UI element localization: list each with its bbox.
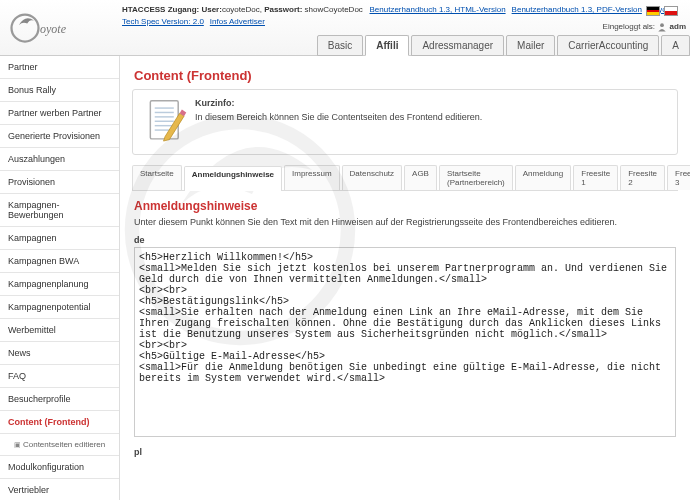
content-subtab[interactable]: AGB (404, 165, 437, 190)
top-link[interactable]: Benutzerhandbuch 1.3, HTML-Version (370, 5, 506, 14)
svg-point-0 (12, 15, 39, 42)
sidebar-item[interactable]: Provisionen (0, 171, 119, 194)
note-pencil-icon (135, 96, 195, 148)
sidebar-item[interactable]: Auszahlungen (0, 148, 119, 171)
kurzinfo-text: In diesem Bereich können Sie die Content… (195, 112, 482, 122)
top-link[interactable]: Infos Advertiser (210, 17, 265, 26)
main-tab[interactable]: Adressmanager (411, 35, 504, 56)
content-textarea-de[interactable] (134, 247, 676, 437)
flag-de-icon[interactable] (646, 6, 660, 16)
field-label-pl: pl (134, 447, 676, 457)
sidebar-item[interactable]: Werbemittel (0, 319, 119, 342)
top-link[interactable]: Benutzerhandbuch 1.3, PDF-Version (512, 5, 642, 14)
content-subtab[interactable]: Datenschutz (342, 165, 402, 190)
sidebar-item[interactable]: FAQ (0, 365, 119, 388)
main-tab[interactable]: CarrierAccounting (557, 35, 659, 56)
top-info-bar: HTACCESS Zugang: User:coyoteDoc, Passwor… (122, 4, 684, 28)
sidebar-item[interactable]: Bonus Rally (0, 79, 119, 102)
kurzinfo-heading: Kurzinfo: (195, 98, 482, 108)
content-subtab[interactable]: Freesite 3 (667, 165, 690, 190)
content-subtab[interactable]: Anmeldungshinweise (184, 166, 282, 191)
sidebar-item[interactable]: Kampagnen (0, 227, 119, 250)
svg-point-2 (660, 23, 664, 27)
content-subtab[interactable]: Startseite (Partnerbereich) (439, 165, 513, 190)
content-subtab[interactable]: Anmeldung (515, 165, 571, 190)
sidebar-item[interactable]: Kampagnenpotential (0, 296, 119, 319)
sidebar-item[interactable]: Modulkonfiguration (0, 456, 119, 479)
main-tab[interactable]: A (661, 35, 690, 56)
section-desc: Unter diesem Punkt können Sie den Text m… (134, 217, 676, 227)
sidebar-item[interactable]: News (0, 342, 119, 365)
sidebar-item[interactable]: Kampagnen-Bewerbungen (0, 194, 119, 227)
field-label-de: de (134, 235, 676, 245)
section-heading: Anmeldungshinweise (134, 199, 676, 213)
sidebar-item[interactable]: Partner (0, 56, 119, 79)
svg-text:oyote: oyote (40, 22, 67, 36)
sidebar-item[interactable]: Partner werben Partner (0, 102, 119, 125)
content-subtab[interactable]: Startseite (132, 165, 182, 190)
svg-rect-4 (150, 101, 178, 139)
kurzinfo-box: Kurzinfo: In diesem Bereich können Sie d… (132, 89, 678, 155)
sidebar-item[interactable]: Kampagnen BWA (0, 250, 119, 273)
main-tab[interactable]: Affili (365, 35, 409, 56)
content-subtab[interactable]: Impressum (284, 165, 340, 190)
user-icon (657, 22, 667, 32)
flag-pl-icon[interactable] (664, 6, 678, 16)
brand-logo: oyote (10, 8, 100, 48)
content-subtab[interactable]: Freesite 1 (573, 165, 618, 190)
sidebar-item[interactable]: Content (Frontend) (0, 411, 119, 434)
sidebar-item[interactable]: Vertriebler (0, 479, 119, 500)
sidebar-item[interactable]: Contentseiten editieren (0, 434, 119, 456)
login-status: Eingeloggt als: adm (603, 22, 686, 32)
content-subtab[interactable]: Freesite 2 (620, 165, 665, 190)
sidebar-item[interactable]: Besucherprofile (0, 388, 119, 411)
main-tab[interactable]: Basic (317, 35, 363, 56)
page-title: Content (Frontend) (134, 68, 678, 83)
main-tab[interactable]: Mailer (506, 35, 555, 56)
sidebar-item[interactable]: Kampagnenplanung (0, 273, 119, 296)
sidebar-item[interactable]: Generierte Provisionen (0, 125, 119, 148)
sidebar-nav: PartnerBonus RallyPartner werben Partner… (0, 56, 120, 500)
